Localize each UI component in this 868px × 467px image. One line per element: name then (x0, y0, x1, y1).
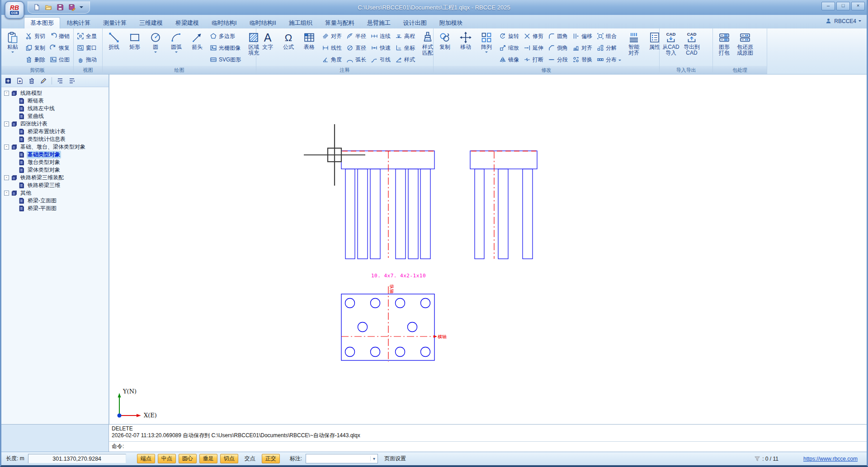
tab-6[interactable]: 临时结构II (244, 18, 282, 28)
delete-button[interactable] (27, 76, 37, 85)
unpackage-button[interactable]: 包还原 成原图 (735, 30, 755, 66)
close-button[interactable]: × (851, 2, 865, 10)
open-file-button[interactable] (44, 3, 52, 11)
dim-quick-button[interactable]: 快速 (369, 42, 392, 54)
dim-coordinate-button[interactable]: 坐标 (393, 42, 417, 54)
segment-button[interactable]: 分段 (546, 54, 570, 65)
snap-toggle-6[interactable]: 正交 (262, 454, 280, 463)
dropdown-icon[interactable] (618, 60, 621, 62)
snap-toggle-3[interactable]: 垂足 (199, 454, 217, 463)
user-account-area[interactable]: RBCCE4 (825, 18, 861, 24)
dim-angle-button[interactable]: 角度 (320, 54, 344, 65)
dim-arclen-button[interactable]: 弧长 (344, 54, 368, 65)
tree-item-13[interactable]: -其他 (2, 189, 108, 197)
extend-button[interactable]: 延伸 (522, 42, 545, 54)
trim-button[interactable]: 修剪 (522, 30, 545, 42)
maximize-button[interactable]: □ (836, 2, 850, 10)
copy-object-button[interactable]: 复制 (435, 30, 455, 66)
annotation-style-combo[interactable]: ▾ (306, 454, 378, 463)
tree-item-4[interactable]: -四张统计表 (2, 120, 108, 128)
cad-export-button[interactable]: 导出到 CAD (682, 30, 702, 66)
raster-image-button[interactable]: 光栅图像 (208, 42, 243, 54)
table-button[interactable]: 表格 (299, 30, 319, 66)
array-button[interactable]: 阵列 (476, 30, 496, 66)
app-logo-button[interactable]: RB CCE (5, 1, 24, 19)
drawing-canvas[interactable]: 10. 4x7. 4x2-1x10纵轴横轴Y(N)X(E) (109, 75, 867, 424)
svg-image-button[interactable]: SVG图形 (208, 54, 243, 65)
smart-align-button[interactable]: 智能 对齐 (624, 30, 644, 66)
chamfer-button[interactable]: 倒角 (546, 42, 570, 54)
tab-2[interactable]: 测量计算 (97, 18, 132, 28)
delete-button[interactable]: 删除 (24, 54, 47, 65)
snap-toggle-4[interactable]: 切点 (220, 454, 238, 463)
bitmap-button[interactable]: 位图 (48, 54, 71, 65)
fit-view-button[interactable]: 全显 (75, 30, 99, 42)
offset-button[interactable]: 偏移 (571, 30, 594, 42)
tree-item-15[interactable]: 桥梁-平面图 (2, 205, 108, 212)
tab-11[interactable]: 附加模块 (434, 18, 469, 28)
explode-button[interactable]: 分解 (595, 42, 623, 54)
tab-10[interactable]: 设计出图 (397, 18, 433, 28)
tree-item-3[interactable]: 竖曲线 (2, 112, 108, 120)
circle-button[interactable]: 圆 (146, 30, 165, 66)
tab-9[interactable]: 悬臂施工 (361, 18, 396, 28)
dim-radius-button[interactable]: 半径 (344, 30, 368, 42)
fillet-button[interactable]: 圆角 (546, 30, 570, 42)
tree-item-6[interactable]: 类型统计信息表 (2, 135, 108, 143)
tree-item-0[interactable]: -线路模型 (2, 89, 108, 97)
tree-expander[interactable]: - (4, 191, 9, 196)
distribute-button[interactable]: 分布 (595, 54, 623, 65)
tree-item-12[interactable]: 铁路桥梁三维 (2, 182, 108, 189)
redo-button[interactable]: 恢复 (48, 42, 71, 54)
tree-item-11[interactable]: -铁路桥梁三维装配 (2, 174, 108, 182)
rotate-button[interactable]: 旋转 (497, 30, 521, 42)
page-setup-button[interactable]: 页面设置 (384, 455, 406, 462)
collapse-all-button[interactable] (67, 76, 77, 85)
quick-access-dropdown-icon[interactable] (80, 6, 83, 10)
tab-3[interactable]: 三维建模 (133, 18, 169, 28)
scale-button[interactable]: 缩放 (497, 42, 521, 54)
tab-5[interactable]: 临时结构I (206, 18, 243, 28)
snap-toggle-1[interactable]: 中点 (158, 454, 176, 463)
polyline-button[interactable]: 折线 (104, 30, 124, 66)
tab-1[interactable]: 结构计算 (61, 18, 96, 28)
text-button[interactable]: 文字 (258, 30, 278, 66)
cad-import-button[interactable]: 从CAD 导入 (661, 30, 681, 66)
add-child-button[interactable] (15, 76, 25, 85)
window-zoom-button[interactable]: 窗口 (75, 42, 99, 54)
tree-item-14[interactable]: 桥梁-立面图 (2, 197, 108, 205)
dim-align-button[interactable]: 对齐 (320, 30, 344, 42)
expand-all-button[interactable] (55, 76, 65, 85)
package-button[interactable]: 图形 打包 (714, 30, 734, 66)
dim-diameter-button[interactable]: 直径 (344, 42, 368, 54)
paste-button[interactable]: 粘贴 (3, 30, 23, 66)
polygon-button[interactable]: 多边形 (208, 30, 243, 42)
tree-item-5[interactable]: 桥梁布置统计表 (2, 128, 108, 135)
minimize-button[interactable]: – (821, 2, 835, 10)
tab-8[interactable]: 算量与配料 (319, 18, 360, 28)
tree-item-1[interactable]: 断链表 (2, 97, 108, 105)
break-button[interactable]: 打断 (522, 54, 545, 65)
tab-0[interactable]: 基本图形 (24, 17, 60, 28)
drawing-area[interactable]: 10. 4x7. 4x2-1x10纵轴横轴Y(N)X(E) (109, 75, 867, 424)
snap-toggle-0[interactable]: 端点 (137, 454, 155, 463)
new-file-button[interactable] (33, 3, 41, 11)
snap-toggle-5[interactable]: 交点 (241, 454, 259, 463)
snap-toggle-2[interactable]: 圆心 (179, 454, 197, 463)
dropdown-icon[interactable] (11, 51, 14, 54)
pan-button[interactable]: 拖动 (75, 54, 99, 65)
arc-button[interactable]: 圆弧 (166, 30, 186, 66)
edit-button[interactable] (38, 76, 48, 85)
add-item-button[interactable] (3, 76, 13, 85)
mirror-button[interactable]: 镜像 (497, 54, 521, 65)
copy-button[interactable]: 复制 (24, 42, 47, 54)
dim-continue-button[interactable]: 连续 (369, 30, 392, 42)
cut-button[interactable]: 剪切 (24, 30, 47, 42)
tree-expander[interactable]: - (4, 91, 9, 96)
combo-dropdown-icon[interactable]: ▾ (370, 456, 377, 461)
tab-7[interactable]: 施工组织 (283, 18, 318, 28)
dropdown-icon[interactable] (175, 51, 178, 54)
dim-linear-button[interactable]: 线性 (320, 42, 344, 54)
move-button[interactable]: 移动 (456, 30, 476, 66)
tree-item-7[interactable]: -基础、墩台、梁体类型对象 (2, 143, 108, 151)
